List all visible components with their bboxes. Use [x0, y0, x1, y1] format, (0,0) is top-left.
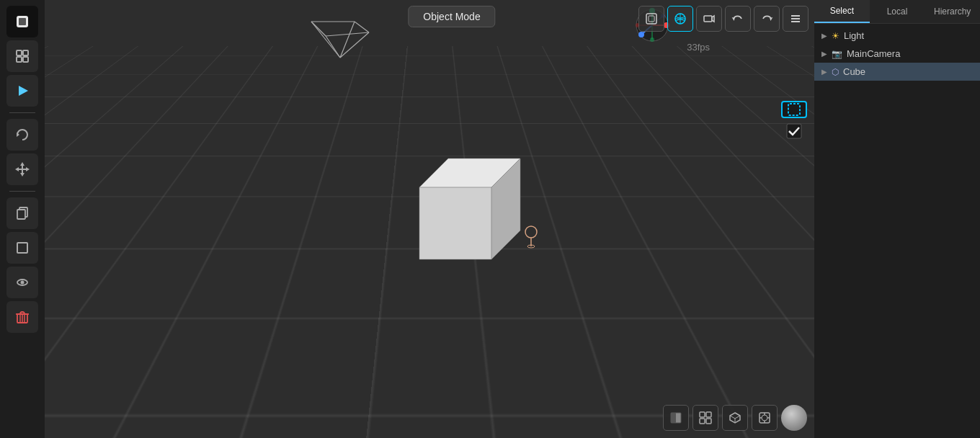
hamburger-menu-button[interactable] [783, 6, 808, 32]
delete-button[interactable] [6, 301, 38, 333]
svg-rect-42 [704, 16, 712, 22]
svg-marker-13 [26, 167, 30, 171]
tab-select[interactable]: Select [814, 0, 870, 23]
svg-point-18 [21, 281, 24, 285]
frame-button[interactable] [6, 232, 38, 264]
hierarchy-label-cube: Cube [843, 66, 865, 77]
checkmark-icon [781, 122, 807, 140]
shading-rendered-button[interactable] [752, 405, 778, 431]
svg-marker-43 [712, 16, 714, 22]
svg-rect-73 [706, 419, 711, 424]
right-panel: Select Local Hierarchy ▶ ☀ Light ▶ 📷 Mai… [814, 0, 980, 438]
visibility-button[interactable] [6, 267, 38, 298]
hierarchy-icon-cube: ⬡ [832, 67, 839, 77]
svg-rect-69 [671, 413, 676, 423]
svg-rect-4 [17, 57, 22, 62]
svg-line-54 [326, 36, 340, 58]
selection-box-icon[interactable] [781, 101, 807, 118]
fps-counter: 33fps [687, 42, 710, 53]
blender-logo-button[interactable] [6, 6, 38, 37]
shading-mode-button[interactable] [667, 6, 693, 32]
svg-rect-72 [700, 419, 705, 424]
light-gizmo [520, 223, 542, 252]
shading-material-button[interactable] [722, 405, 748, 431]
svg-rect-70 [700, 412, 705, 417]
hierarchy-label-camera: MainCamera [847, 48, 900, 59]
hierarchy-item-camera[interactable]: ▶ 📷 MainCamera [814, 45, 980, 63]
cube-object [405, 144, 520, 259]
camera-view-button[interactable] [696, 6, 722, 32]
svg-point-65 [525, 226, 537, 238]
tab-hierarchy[interactable]: Hierarchy [925, 0, 980, 23]
redo-button[interactable] [754, 6, 780, 32]
hierarchy-icon-camera: 📷 [832, 49, 842, 59]
svg-rect-38 [649, 16, 654, 22]
hierarchy-arrow-cube: ▶ [821, 68, 827, 76]
refresh-button[interactable] [6, 119, 38, 151]
svg-point-78 [762, 415, 767, 421]
svg-rect-1 [19, 18, 26, 25]
svg-marker-11 [20, 173, 24, 176]
shading-flat-button[interactable] [663, 405, 689, 431]
sidebar-separator-2 [9, 191, 35, 192]
object-mode-button[interactable]: Object Mode [408, 6, 495, 27]
svg-marker-10 [20, 162, 24, 166]
svg-marker-6 [19, 86, 28, 96]
svg-marker-75 [730, 413, 740, 419]
undo-button[interactable] [725, 6, 751, 32]
shading-solid-button[interactable] [692, 405, 718, 431]
hierarchy-arrow-camera: ▶ [821, 50, 827, 58]
svg-rect-49 [788, 104, 800, 115]
svg-point-30 [638, 32, 644, 37]
viewport-top-right-icons [638, 6, 808, 32]
play-button[interactable] [6, 75, 38, 107]
svg-rect-16 [17, 243, 27, 253]
left-sidebar [0, 0, 45, 438]
right-panel-tabs: Select Local Hierarchy [814, 0, 980, 24]
hierarchy-item-light[interactable]: ▶ ☀ Light [814, 27, 980, 45]
svg-rect-37 [646, 14, 656, 24]
svg-marker-59 [419, 187, 491, 259]
perspective-toggle-button[interactable] [638, 6, 664, 32]
svg-rect-3 [23, 50, 28, 55]
copy-button[interactable] [6, 197, 38, 229]
scene-toggle-button[interactable] [6, 40, 38, 72]
main-viewport[interactable]: Object Mode [45, 0, 814, 438]
svg-rect-15 [17, 210, 25, 219]
svg-rect-71 [706, 412, 711, 417]
hierarchy-list: ▶ ☀ Light ▶ 📷 MainCamera ▶ ⬡ Cube [814, 24, 980, 438]
sphere-button[interactable] [781, 405, 807, 431]
bottom-right-toolbar [663, 405, 807, 431]
move-tool-button[interactable] [6, 153, 38, 185]
svg-rect-2 [17, 50, 22, 55]
hierarchy-arrow-light: ▶ [821, 32, 827, 40]
hierarchy-label-light: Light [844, 30, 864, 41]
sidebar-separator [9, 112, 35, 113]
svg-point-32 [650, 37, 654, 42]
hierarchy-icon-light: ☀ [832, 31, 839, 41]
svg-marker-12 [15, 167, 19, 171]
tab-local[interactable]: Local [870, 0, 925, 23]
hierarchy-item-cube[interactable]: ▶ ⬡ Cube [814, 63, 980, 81]
selection-overlay [781, 101, 807, 137]
svg-rect-5 [23, 57, 28, 62]
